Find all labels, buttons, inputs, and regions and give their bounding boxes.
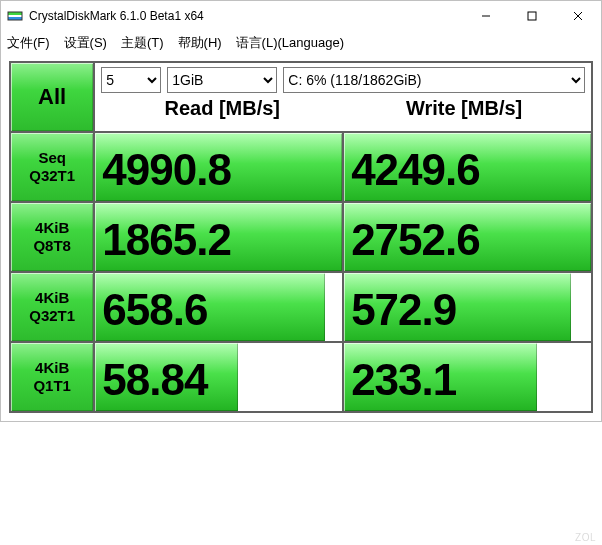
content-area: All 5 1GiB C: 6% (118/1862GiB) Read [MB/… bbox=[1, 55, 601, 421]
results-grid: All 5 1GiB C: 6% (118/1862GiB) Read [MB/… bbox=[9, 61, 593, 413]
run-seq-q32t1-button[interactable]: Seq Q32T1 bbox=[10, 132, 94, 202]
test-size-select[interactable]: 1GiB bbox=[167, 67, 277, 93]
4k-q32t1-write-cell: 572.9 bbox=[343, 272, 592, 342]
run-all-label: All bbox=[38, 84, 66, 109]
btn-label: Q1T1 bbox=[12, 377, 92, 395]
menu-bar: 文件(F) 设置(S) 主题(T) 帮助(H) 语言(L)(Language) bbox=[1, 31, 601, 55]
menu-theme[interactable]: 主题(T) bbox=[121, 34, 164, 52]
btn-label: Q8T8 bbox=[12, 237, 92, 255]
4k-q1t1-write-cell: 233.1 bbox=[343, 342, 592, 412]
run-all-button[interactable]: All bbox=[10, 62, 94, 132]
app-window: CrystalDiskMark 6.1.0 Beta1 x64 文件(F) 设置… bbox=[0, 0, 602, 422]
close-button[interactable] bbox=[555, 1, 601, 31]
seq-q32t1-write-cell: 4249.6 bbox=[343, 132, 592, 202]
read-header: Read [MB/s] bbox=[101, 97, 343, 120]
minimize-button[interactable] bbox=[463, 1, 509, 31]
btn-label: 4KiB bbox=[12, 289, 92, 307]
4k-q32t1-read-cell: 658.6 bbox=[94, 272, 343, 342]
run-4k-q32t1-button[interactable]: 4KiB Q32T1 bbox=[10, 272, 94, 342]
watermark: ZOL bbox=[575, 532, 596, 543]
drive-select[interactable]: C: 6% (118/1862GiB) bbox=[283, 67, 585, 93]
btn-label: 4KiB bbox=[12, 359, 92, 377]
maximize-button[interactable] bbox=[509, 1, 555, 31]
window-title: CrystalDiskMark 6.1.0 Beta1 x64 bbox=[29, 9, 463, 23]
result-value: 4249.6 bbox=[345, 142, 590, 192]
result-value: 4990.8 bbox=[96, 142, 341, 192]
result-value: 658.6 bbox=[96, 282, 341, 332]
write-header: Write [MB/s] bbox=[343, 97, 585, 120]
btn-label: Q32T1 bbox=[12, 307, 92, 325]
result-value: 1865.2 bbox=[96, 212, 341, 262]
btn-label: Seq bbox=[12, 149, 92, 167]
run-4k-q1t1-button[interactable]: 4KiB Q1T1 bbox=[10, 342, 94, 412]
seq-q32t1-read-cell: 4990.8 bbox=[94, 132, 343, 202]
4k-q1t1-read-cell: 58.84 bbox=[94, 342, 343, 412]
result-value: 58.84 bbox=[96, 352, 341, 402]
iterations-select[interactable]: 5 bbox=[101, 67, 161, 93]
menu-language[interactable]: 语言(L)(Language) bbox=[236, 34, 344, 52]
menu-help[interactable]: 帮助(H) bbox=[178, 34, 222, 52]
svg-rect-4 bbox=[528, 12, 536, 20]
btn-label: Q32T1 bbox=[12, 167, 92, 185]
menu-file[interactable]: 文件(F) bbox=[7, 34, 50, 52]
result-value: 233.1 bbox=[345, 352, 590, 402]
menu-settings[interactable]: 设置(S) bbox=[64, 34, 107, 52]
result-value: 2752.6 bbox=[345, 212, 590, 262]
result-value: 572.9 bbox=[345, 282, 590, 332]
4k-q8t8-write-cell: 2752.6 bbox=[343, 202, 592, 272]
4k-q8t8-read-cell: 1865.2 bbox=[94, 202, 343, 272]
run-4k-q8t8-button[interactable]: 4KiB Q8T8 bbox=[10, 202, 94, 272]
title-bar: CrystalDiskMark 6.1.0 Beta1 x64 bbox=[1, 1, 601, 31]
app-icon bbox=[7, 8, 23, 24]
btn-label: 4KiB bbox=[12, 219, 92, 237]
